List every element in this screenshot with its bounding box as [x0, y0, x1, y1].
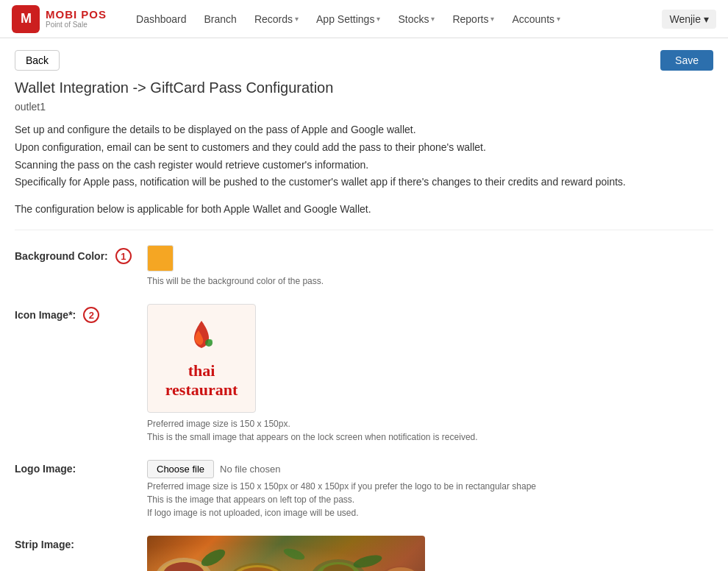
strip-image-control [147, 536, 713, 571]
save-button[interactable]: Save [660, 50, 713, 71]
user-name: Wenjie [669, 13, 701, 25]
logo-helper-1: Preferred image size is 150 x 150px or 4… [147, 481, 713, 492]
icon-image-label: Icon Image*: 2 [15, 304, 147, 323]
brand-logo-text: M [21, 11, 31, 26]
thai-line1: thai [165, 361, 238, 380]
flame-icon [179, 317, 224, 361]
background-color-helper: This will be the background color of the… [147, 276, 713, 286]
logo-image-row: Logo Image: Choose file No file chosen P… [15, 460, 713, 518]
navbar: M MOBI POS Point of Sale Dashboard Branc… [0, 0, 728, 38]
icon-image-row: Icon Image*: 2 thai restaurant [15, 304, 713, 442]
nav-accounts-label: Accounts [512, 13, 554, 25]
nav-branch[interactable]: Branch [197, 9, 244, 29]
description-block: Set up and configure the details to be d… [15, 121, 713, 191]
strip-image-label-text: Strip Image: [15, 539, 74, 550]
background-color-control: This will be the background color of the… [147, 245, 713, 286]
nav-app-settings[interactable]: App Settings ▾ [309, 9, 388, 29]
logo-image-control: Choose file No file chosen Preferred ima… [147, 460, 713, 518]
background-color-row: Background Color: 1 This will be the bac… [15, 245, 713, 286]
nav-reports-label: Reports [452, 13, 488, 25]
thai-line2: restaurant [165, 380, 238, 400]
strip-image-row: Strip Image: [15, 536, 713, 571]
nav-records-caret: ▾ [295, 15, 299, 23]
icon-image-label-text: Icon Image*: [15, 309, 76, 321]
svg-point-1 [208, 339, 213, 344]
nav-stocks[interactable]: Stocks ▾ [390, 9, 442, 29]
brand-title: MOBI POS [46, 9, 107, 21]
section-divider [15, 230, 713, 230]
choose-file-button[interactable]: Choose file [147, 460, 214, 478]
nav-appsettings-label: App Settings [316, 13, 374, 25]
nav-appsettings-caret: ▾ [377, 15, 380, 23]
step-badge-2: 2 [83, 307, 99, 323]
nav-records-label: Records [254, 13, 293, 25]
desc-line-4: Specifically for Apple pass, notificatio… [15, 174, 713, 191]
nav-records[interactable]: Records ▾ [247, 9, 306, 29]
strip-image-label: Strip Image: [15, 536, 147, 550]
strip-image-preview [147, 536, 425, 571]
icon-image-control: thai restaurant Preferred image size is … [147, 304, 713, 442]
config-note: The configuration below is applicable fo… [15, 203, 713, 215]
back-button[interactable]: Back [15, 50, 60, 71]
logo-image-label-text: Logo Image: [15, 463, 76, 475]
step-badge-1: 1 [115, 248, 132, 264]
nav-accounts[interactable]: Accounts ▾ [504, 9, 568, 29]
logo-helper-2: This is the image that appears on left t… [147, 494, 713, 505]
brand-logo: M [12, 5, 40, 33]
background-color-label-text: Background Color: [15, 250, 108, 262]
nav-stocks-caret: ▾ [431, 15, 435, 23]
icon-preview: thai restaurant [147, 304, 256, 413]
no-file-text: No file chosen [220, 464, 280, 475]
nav-reports[interactable]: Reports ▾ [445, 9, 502, 29]
strip-food-svg [147, 536, 425, 571]
nav-accounts-caret: ▾ [557, 15, 560, 23]
user-menu[interactable]: Wenjie ▾ [662, 10, 716, 29]
page-title: Wallet Integration -> GiftCard Pass Conf… [15, 79, 713, 96]
file-input-wrapper: Choose file No file chosen [147, 460, 713, 478]
color-swatch[interactable] [147, 245, 174, 272]
brand-subtitle: Point of Sale [46, 21, 107, 29]
nav-dashboard[interactable]: Dashboard [129, 9, 194, 29]
brand-name-block: MOBI POS Point of Sale [46, 9, 107, 29]
icon-helper-2: This is the small image that appears on … [147, 432, 713, 442]
logo-helper-3: If logo image is not uploaded, icon imag… [147, 508, 713, 518]
icon-preview-inner: thai restaurant [148, 305, 255, 412]
svg-point-14 [282, 546, 306, 562]
nav-reports-caret: ▾ [490, 15, 494, 23]
nav-links: Dashboard Branch Records ▾ App Settings … [129, 9, 662, 29]
thai-logo-text: thai restaurant [165, 361, 238, 400]
brand: M MOBI POS Point of Sale [12, 5, 107, 33]
logo-image-label: Logo Image: [15, 460, 147, 475]
desc-line-3: Scanning the pass on the cash register w… [15, 157, 713, 174]
outlet-name: outlet1 [15, 101, 713, 113]
icon-helper-1: Preferred image size is 150 x 150px. [147, 419, 713, 429]
nav-stocks-label: Stocks [398, 13, 429, 25]
main-content: Back Save Wallet Integration -> GiftCard… [0, 38, 728, 571]
desc-line-1: Set up and configure the details to be d… [15, 121, 713, 139]
user-caret: ▾ [704, 13, 709, 25]
background-color-label: Background Color: 1 [15, 245, 147, 264]
toolbar: Back Save [15, 50, 713, 71]
desc-line-2: Upon configuration, email can be sent to… [15, 139, 713, 157]
